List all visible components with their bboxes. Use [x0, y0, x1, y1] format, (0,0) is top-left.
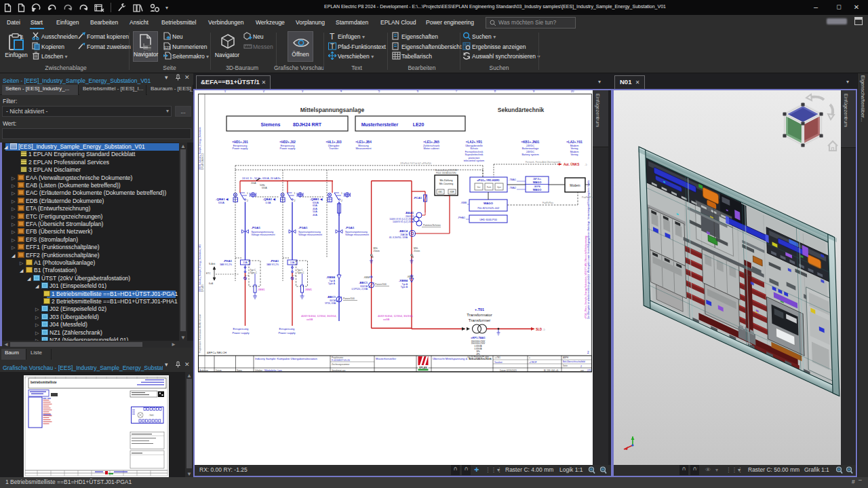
svg-text:=LE1+.JN5: =LE1+.JN5: [423, 140, 439, 144]
svg-text:=HL1+.J03: =HL1+.J03: [326, 140, 342, 144]
svg-text:-TAA1: -TAA1: [149, 414, 155, 417]
svg-text:Sekundärtechnik: Sekundärtechnik: [498, 107, 545, 113]
svg-text:2: 2: [587, 351, 589, 354]
svg-text:24VDC: 24VDC: [526, 151, 534, 153]
svg-text:protection: protection: [469, 157, 480, 159]
svg-text:-FCA1: -FCA1: [414, 196, 422, 200]
svg-text:telecontrol system: telecontrol system: [464, 159, 485, 162]
svg-text:Type A: Type A: [401, 286, 408, 288]
svg-text:F604 16kVA 600/5Hz: F604 16kVA 600/5Hz: [436, 172, 456, 174]
svg-text:Übergabe: Übergabe: [328, 145, 340, 147]
svg-text:Modem: Modem: [570, 151, 579, 153]
svg-text:+=TB1: +=TB1: [494, 356, 500, 359]
svg-text:3AB 9/1.2%: 3AB 9/1.2%: [267, 263, 279, 266]
svg-text:2: 2: [247, 200, 248, 202]
svg-text:13A: 13A: [290, 261, 295, 264]
svg-text:T: T: [330, 43, 334, 50]
svg-text:xPG1_Übers_Sample_Energy Subst: xPG1_Übers_Sample_Energy Substation_V01 …: [585, 236, 587, 319]
svg-text:Voltage measurement: Voltage measurement: [252, 233, 275, 236]
svg-text:630A: 630A: [262, 187, 268, 189]
svg-text:24VDC: 24VDC: [526, 145, 534, 147]
svg-text:-PHA1: -PHA1: [223, 259, 232, 263]
svg-text:4Ph: 4Ph: [476, 353, 480, 356]
svg-text:T: T: [330, 32, 335, 40]
svg-text:1: 1: [294, 192, 296, 195]
svg-text:WAGO: WAGO: [484, 202, 493, 205]
svg-text:25mm: 25mm: [414, 250, 420, 252]
svg-text:123: 123: [164, 45, 170, 50]
svg-text:40, 6,5kV50, 10VA: 40, 6,5kV50, 10VA: [389, 236, 408, 239]
svg-text:-TBA1: -TBA1: [509, 179, 516, 181]
svg-text:Übergabestelle: Übergabestelle: [465, 145, 483, 147]
svg-text:-PGA1: -PGA1: [345, 226, 355, 229]
svg-text:-TBA2: -TBA2: [509, 187, 516, 189]
svg-text:0.6A: 0.6A: [266, 202, 271, 204]
svg-text:-KBC: -KBC: [437, 191, 443, 193]
svg-text:=LA2+.YR1: =LA2+.YR1: [466, 140, 483, 144]
svg-text:Fernwirktechnik: Fernwirktechnik: [465, 151, 484, 153]
svg-text:LE20: LE20: [413, 122, 425, 127]
svg-text:Name: Name: [237, 369, 242, 372]
svg-text:-QBA1 ◀: -QBA1 ◀: [263, 198, 276, 201]
svg-text:-BAA1: -BAA1: [405, 211, 414, 214]
svg-text:Seite: Seite: [563, 364, 568, 367]
svg-text:Pommes/Schütze: Pommes/Schütze: [423, 224, 441, 227]
svg-text:ABPH: ABPH: [563, 356, 568, 359]
svg-text:13A: 13A: [243, 261, 248, 264]
svg-text:Musterhersteller: Musterhersteller: [376, 357, 397, 360]
svg-text:+LTROP: +LTROP: [529, 361, 537, 364]
svg-text:Verteg: Verteg: [571, 147, 578, 150]
svg-text:Type C: Type C: [297, 271, 304, 274]
svg-text:ETC: ETC: [206, 272, 211, 275]
svg-text:-KBR: -KBR: [449, 191, 454, 193]
svg-text:-PHA1: -PHA1: [458, 217, 465, 219]
svg-text:Batterieanlage: Batterieanlage: [522, 147, 539, 150]
svg-text:[EES]_Industry_Sample_Energy_S: [EES]_Industry_Sample_Energy_Substation_…: [199, 244, 201, 292]
svg-text:=KB1+.JN01: =KB1+.JN01: [521, 140, 540, 144]
svg-text:-XBM4: -XBM4: [399, 279, 408, 282]
svg-text:63A: 63A: [313, 204, 317, 207]
svg-text:=HD2+.J02: =HD2+.J02: [279, 140, 296, 144]
svg-text:Modem: Modem: [570, 145, 579, 147]
svg-text:Meter cabinet: Meter cabinet: [423, 147, 439, 150]
svg-text:=HD1+.J01: =HD1+.J01: [232, 140, 248, 144]
svg-text:2: 2: [294, 200, 296, 202]
svg-text:1: 1: [341, 192, 342, 195]
svg-text:xxGB: xxGB: [307, 318, 313, 321]
svg-text:20kA: 20kA: [251, 182, 256, 185]
svg-text:Datum 02/26/2023: Datum 02/26/2023: [500, 369, 517, 372]
svg-text:279: 279: [587, 369, 591, 372]
svg-text:Urheber:: Urheber:: [255, 369, 263, 372]
svg-text:Einspeisung: Einspeisung: [233, 145, 248, 147]
svg-text:Modem: Modem: [570, 184, 580, 187]
svg-text:Musterhersteller: Musterhersteller: [361, 122, 399, 127]
svg-text:=LE1+.JB4: =LE1+.JB4: [355, 140, 372, 144]
svg-text:Type A: Type A: [328, 282, 336, 285]
svg-text:-QBA1 ◀: -QBA1 ◀: [216, 198, 229, 201]
svg-text:KnB: KnB: [209, 282, 214, 285]
svg-text:24 kV, 3~, 50 Hz, 630 A, 20 kA: 24 kV, 3~, 50 Hz, 630 A, 20 kA/3s: [242, 177, 281, 180]
svg-text:Voltage measurement: Voltage measurement: [345, 233, 369, 236]
svg-text:xxGB: xxGB: [383, 318, 390, 321]
svg-text:Projektname Kommission 03.AB: Projektname Kommission 03.AB Version: [199, 314, 201, 353]
svg-text:0,5P520, 2,5VA: 0,5P520, 2,5VA: [351, 288, 368, 290]
svg-text:FüäPüPlaü: FüäPüPlaü: [542, 202, 553, 204]
svg-text:-BBC1: -BBC1: [327, 295, 336, 299]
svg-text:=LA2+.Y01: =LA2+.Y01: [566, 140, 583, 144]
svg-text:Einspeisung: Einspeisung: [233, 327, 249, 331]
svg-text:-KBM: -KBM: [363, 276, 370, 279]
svg-text:-BBC4: -BBC4: [399, 229, 408, 233]
svg-text:Power supply: Power supply: [280, 147, 296, 150]
svg-text:=KF1-TAA1: =KF1-TAA1: [471, 336, 486, 339]
svg-text:630A: 630A: [218, 202, 224, 204]
svg-text:Schutz: Schutz: [470, 147, 478, 150]
svg-text:Genehmigt von: Genehmigt von: [332, 369, 346, 372]
svg-text:40A: 40A: [313, 208, 317, 210]
svg-text:F-02248/27.05.20: F-02248/27.05.20: [332, 359, 350, 362]
svg-text:Verteg: Verteg: [571, 153, 578, 156]
svg-text:Einspeisung: Einspeisung: [281, 145, 295, 147]
svg-text:WAGO: WAGO: [533, 181, 542, 184]
svg-text:40A: 40A: [313, 214, 317, 217]
svg-text:UHD 6040-P00: UHD 6040-P00: [479, 219, 497, 221]
svg-text:Tassilent: Tassilent: [494, 361, 502, 364]
